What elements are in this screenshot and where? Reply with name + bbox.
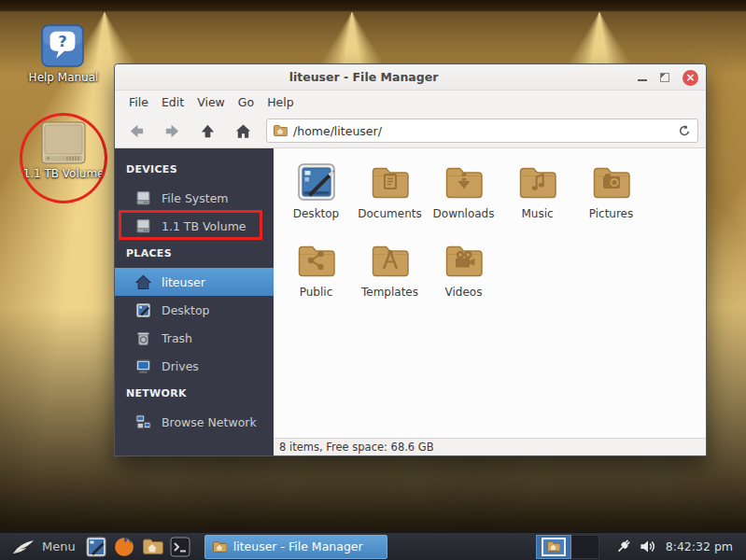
drive-icon (135, 218, 151, 234)
forward-button[interactable] (158, 118, 186, 144)
file-grid: DesktopDocumentsDownloadsMusicPicturesPu… (274, 148, 706, 438)
sidebar-item-file-system[interactable]: File System (115, 184, 274, 212)
file-label: Public (300, 286, 333, 299)
drive-icon (135, 190, 151, 206)
file-label: Videos (445, 286, 483, 299)
task-button[interactable]: liteuser - File Manager (204, 535, 387, 559)
home-button[interactable] (229, 118, 257, 144)
sidebar-item-desktop[interactable]: Desktop (115, 296, 274, 324)
sidebar-item-label: Desktop (162, 303, 210, 317)
task-button-label: liteuser - File Manager (233, 539, 363, 553)
file-music[interactable]: Music (500, 160, 574, 238)
status-text: 8 items, Free space: 68.6 GB (279, 441, 434, 454)
reload-icon[interactable] (677, 123, 692, 138)
launcher-file-manager[interactable] (141, 536, 163, 558)
launcher-desktop-settings[interactable] (85, 536, 107, 558)
sidebar-item-1-1-tb-volume[interactable]: 1.1 TB Volume (115, 212, 274, 240)
volume-icon[interactable] (639, 538, 656, 555)
svg-text:?: ? (58, 33, 66, 50)
videos-icon (442, 238, 486, 283)
launcher-firefox[interactable] (113, 536, 135, 558)
menu-go[interactable]: Go (232, 92, 260, 112)
taskbar: Menu liteuser - File Manager (0, 532, 746, 560)
templates-icon (368, 238, 413, 283)
status-bar: 8 items, Free space: 68.6 GB (274, 438, 706, 455)
workspace-2[interactable] (571, 535, 599, 559)
help-manual-icon[interactable]: ? (41, 24, 84, 67)
public-icon (294, 238, 339, 283)
window-title: liteuser - File Manager (115, 70, 612, 84)
file-videos[interactable]: Videos (427, 238, 500, 316)
trash-icon (135, 330, 151, 346)
volume-drive-icon[interactable] (39, 120, 88, 164)
file-desktop[interactable]: Desktop (279, 160, 353, 238)
menu-view[interactable]: View (190, 92, 232, 112)
task-folder-icon (212, 539, 227, 554)
downloads-icon (442, 160, 486, 204)
sidebar-header-places: PLACES (115, 240, 274, 268)
sidebar-item-browse-network[interactable]: Browse Network (115, 408, 274, 436)
sidebar-item-label: Drives (162, 359, 199, 373)
sidebar-item-label: File System (162, 191, 229, 205)
monitor-icon (135, 358, 151, 374)
launcher-terminal[interactable] (169, 536, 191, 558)
file-label: Downloads (433, 207, 495, 220)
titlebar[interactable]: liteuser - File Manager × (115, 64, 706, 91)
minimize-button[interactable] (638, 79, 647, 81)
help-manual-label: Help Manual (0, 71, 127, 84)
file-downloads[interactable]: Downloads (427, 160, 500, 238)
file-label: Templates (361, 286, 418, 299)
menu-button[interactable]: Menu (7, 533, 79, 560)
linuxlite-feather-icon (11, 538, 35, 556)
sidebar-item-trash[interactable]: Trash (115, 324, 274, 352)
file-pictures[interactable]: Pictures (574, 160, 648, 238)
sidebar-item-label: Browse Network (162, 415, 257, 429)
music-icon (515, 160, 560, 204)
file-manager-window: liteuser - File Manager × FileEditViewGo… (114, 63, 707, 456)
sidebar-item-drives[interactable]: Drives (115, 352, 274, 380)
desktop-mini-icon (135, 302, 151, 318)
pictures-icon (589, 160, 634, 204)
menu-button-label: Menu (42, 539, 76, 553)
up-button[interactable] (193, 118, 221, 144)
menu-edit[interactable]: Edit (155, 92, 190, 112)
menu-bar: FileEditViewGoHelp (115, 91, 706, 114)
volume-drive-label: 1.1 TB Volume (0, 167, 127, 180)
sidebar: DEVICESFile System1.1 TB VolumePLACESlit… (115, 148, 274, 455)
power-plug-icon[interactable] (614, 538, 632, 555)
file-label: Desktop (293, 207, 340, 220)
path-text: /home/liteuser/ (293, 124, 671, 138)
sidebar-item-liteuser[interactable]: liteuser (115, 268, 274, 296)
file-label: Documents (358, 207, 421, 220)
workspace-window-icon (546, 539, 560, 553)
desktop-file-icon (294, 160, 339, 204)
menu-help[interactable]: Help (260, 92, 301, 112)
menu-file[interactable]: File (122, 92, 155, 112)
file-label: Music (521, 207, 553, 220)
sidebar-item-label: liteuser (162, 275, 205, 289)
close-button[interactable]: × (683, 70, 698, 86)
file-templates[interactable]: Templates (353, 238, 427, 316)
desktop: ? Help Manual 1.1 TB Volume liteuser - F… (0, 0, 746, 560)
back-button[interactable] (122, 118, 150, 144)
toolbar: /home/liteuser/ (115, 114, 706, 148)
file-public[interactable]: Public (279, 238, 353, 316)
home-icon (135, 274, 151, 290)
sidebar-header-network: NETWORK (115, 380, 274, 408)
system-tray (614, 538, 656, 555)
clock[interactable]: 8:42:32 pm (666, 539, 733, 553)
workspace-1[interactable] (536, 535, 571, 559)
network-icon (135, 414, 151, 430)
documents-icon (368, 160, 413, 204)
file-label: Pictures (589, 207, 634, 220)
sidebar-item-label: 1.1 TB Volume (162, 219, 246, 233)
file-documents[interactable]: Documents (353, 160, 427, 238)
workspace-pager[interactable] (536, 535, 599, 559)
maximize-button[interactable] (660, 73, 669, 82)
path-folder-icon (273, 123, 288, 138)
path-bar[interactable]: /home/liteuser/ (266, 119, 698, 143)
sidebar-item-label: Trash (162, 331, 192, 345)
sidebar-header-devices: DEVICES (115, 156, 274, 184)
